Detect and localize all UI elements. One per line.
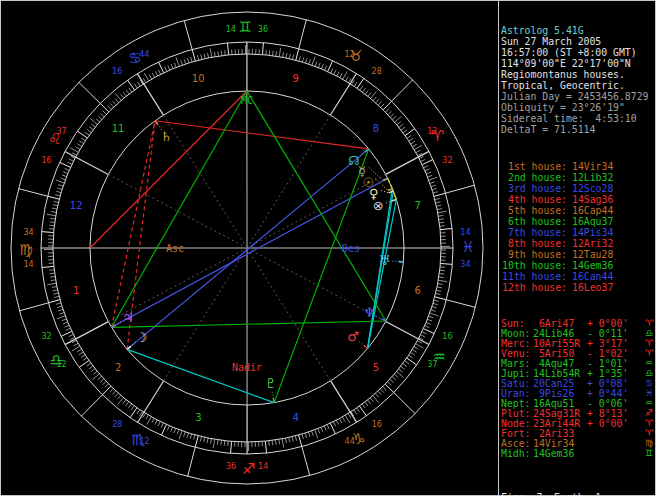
satu-sign-icon: ♋	[645, 378, 653, 388]
degree-tick	[421, 159, 425, 161]
degree-tick	[144, 73, 149, 81]
jupi-glyph: ♃	[122, 310, 134, 325]
degree-tick	[342, 417, 344, 421]
midh-sign-icon: ♊	[645, 448, 653, 458]
degree-tick	[381, 104, 384, 108]
house-label: 1st house:	[501, 161, 567, 172]
degree-tick	[91, 124, 95, 127]
header-line: Obliquity = 23°26'19"	[501, 102, 655, 113]
degree-tick	[302, 434, 303, 439]
degree-tick	[292, 437, 293, 442]
degree-tick	[108, 106, 112, 110]
aspect-line-sextile	[368, 191, 394, 348]
planet-glyphs: ⊗♀☉☿☊♄♃☽♇♂♆♅	[111, 121, 403, 403]
degree-tick	[299, 435, 302, 447]
cusp-minute: 44	[139, 50, 149, 59]
degree-tick	[365, 402, 368, 406]
degree-tick	[77, 349, 81, 352]
glyph-pointer	[376, 316, 381, 319]
degree-tick	[422, 332, 427, 334]
degree-tick	[58, 185, 63, 187]
degree-tick	[360, 86, 363, 90]
house-row: 9th house:12Tau28	[501, 249, 655, 260]
degree-tick	[49, 225, 54, 226]
degree-tick	[65, 168, 70, 170]
sign-boundary	[79, 82, 100, 103]
degree-tick	[434, 193, 446, 196]
planet-row: Midh:14Gem36♊	[501, 449, 655, 459]
degree-tick	[128, 80, 135, 90]
degree-tick	[439, 222, 444, 223]
house-cusp-value: 14Pis34	[567, 227, 613, 238]
cusp-degree: 16	[442, 332, 452, 341]
plut-position-tick	[273, 398, 274, 403]
degree-tick	[390, 114, 394, 117]
degree-tick	[100, 103, 109, 111]
sign-boundary	[392, 80, 413, 101]
degree-tick	[69, 334, 73, 336]
degree-tick	[399, 124, 403, 127]
degree-tick	[325, 66, 327, 71]
cusp-minute: 44	[345, 437, 355, 446]
degree-tick	[56, 180, 64, 183]
degree-tick	[436, 290, 441, 291]
degree-tick	[115, 393, 118, 397]
degree-tick	[72, 346, 80, 351]
degree-tick	[85, 132, 89, 135]
house-row: 12th house:16Leo37	[501, 282, 655, 293]
cusp-minute: 34	[23, 228, 33, 237]
house-row: 3rd house:12Sco28	[501, 183, 655, 194]
degree-tick	[437, 209, 442, 210]
house-number: 11	[112, 123, 125, 134]
degree-tick	[318, 63, 320, 68]
degree-tick	[221, 51, 222, 56]
sun-sign-icon: ♈	[645, 318, 653, 328]
degree-tick	[430, 313, 438, 316]
degree-tick	[430, 182, 435, 184]
degree-tick	[210, 48, 212, 57]
degree-tick	[438, 215, 443, 216]
degree-tick	[179, 431, 182, 439]
aspect-line-trine	[247, 91, 386, 321]
house-cusp-value: 12Lib32	[567, 172, 613, 183]
degree-tick	[112, 391, 115, 395]
degree-tick	[416, 150, 420, 152]
house-label: 7th house:	[501, 227, 567, 238]
degree-tick	[70, 148, 78, 152]
degree-tick	[346, 77, 349, 81]
degree-tick	[378, 391, 381, 395]
degree-tick	[359, 406, 366, 416]
house-row: 7th house:14Pis34	[501, 227, 655, 238]
jupi-sign-icon: ♎	[645, 368, 653, 378]
degree-tick	[424, 166, 429, 168]
degree-tick	[380, 389, 383, 393]
degree-tick	[312, 57, 315, 65]
degree-tick	[439, 219, 444, 220]
aspect-line-square	[111, 121, 155, 328]
header-line: Astrolog 5.41G	[501, 25, 655, 36]
degree-tick	[131, 406, 134, 410]
glyph-pointer	[392, 261, 398, 262]
cusp-spoke-outer	[65, 151, 108, 174]
degree-tick	[227, 43, 228, 55]
degree-tick	[394, 374, 398, 377]
degree-tick	[105, 384, 109, 388]
degree-tick	[293, 55, 294, 60]
degree-tick	[269, 441, 270, 446]
aspect-line-trine	[111, 321, 385, 327]
degree-tick	[207, 438, 208, 443]
degree-tick	[426, 322, 431, 324]
degree-tick	[52, 208, 57, 209]
sign-boundary	[188, 447, 196, 476]
house-cusp-list: 1st house:14Vir342nd house:12Lib323rd ho…	[501, 161, 655, 293]
sign-boundary	[19, 189, 48, 197]
degree-tick	[42, 232, 54, 233]
cusp-minute: 36	[258, 25, 268, 34]
aspect-line-square	[155, 121, 369, 149]
header-line: Sidereal time: 4:53:10	[501, 113, 655, 124]
degree-tick	[118, 395, 121, 399]
degree-tick	[388, 111, 392, 114]
degree-tick	[269, 50, 270, 55]
degree-tick	[276, 51, 277, 56]
house-label: 10th house:	[501, 260, 567, 271]
